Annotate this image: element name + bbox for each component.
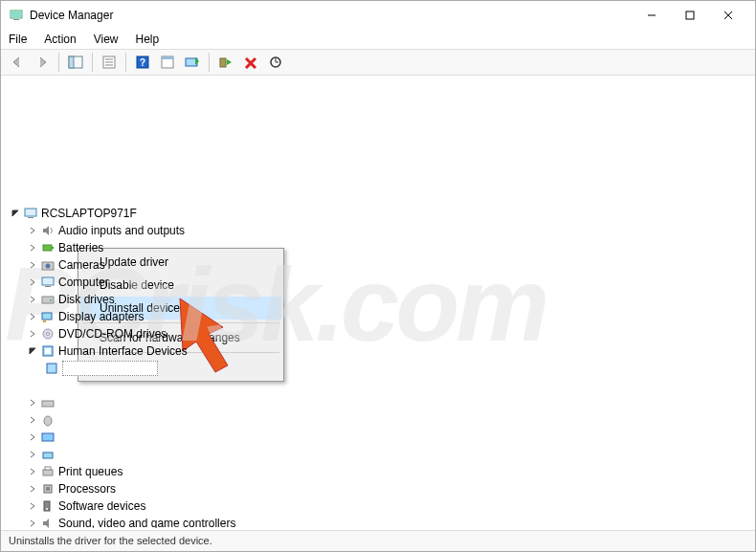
menu-action[interactable]: Action <box>42 32 78 47</box>
window-controls <box>633 2 747 29</box>
tree-item-cameras[interactable]: Cameras <box>22 256 751 274</box>
printer-icon <box>39 465 56 478</box>
show-hide-tree-button[interactable] <box>63 51 88 74</box>
tree-label: Computer <box>58 274 109 291</box>
chevron-right-icon[interactable] <box>26 433 39 441</box>
chevron-right-icon[interactable] <box>26 399 39 407</box>
action-button[interactable] <box>155 51 180 74</box>
svg-rect-8 <box>69 56 74 68</box>
svg-rect-35 <box>45 348 51 354</box>
tree-item-hidden[interactable] <box>22 429 751 446</box>
statusbar-text: Uninstalls the driver for the selected d… <box>9 535 212 546</box>
mouse-icon <box>39 413 56 427</box>
tree-item-print[interactable]: Print queues <box>22 463 751 480</box>
menubar: File Action View Help <box>1 30 755 49</box>
display-adapter-icon <box>39 310 56 323</box>
computer-icon <box>22 207 39 220</box>
properties-button[interactable] <box>97 51 122 74</box>
app-icon <box>9 8 24 23</box>
tree-item-processors[interactable]: Processors <box>22 480 751 497</box>
chevron-right-icon[interactable] <box>26 519 39 527</box>
tree-label: Batteries <box>58 239 103 256</box>
device-manager-window: Device Manager File Action View Help ? P… <box>0 0 756 552</box>
update-driver-button[interactable] <box>180 51 205 74</box>
chevron-right-icon[interactable] <box>26 485 39 493</box>
monitor-icon <box>39 431 56 444</box>
tree-item-display[interactable]: Display adapters <box>22 308 751 325</box>
chevron-right-icon[interactable] <box>26 227 39 234</box>
tree-label: Disk drives <box>58 291 115 308</box>
svg-point-33 <box>47 333 50 336</box>
tree-item-hidden[interactable] <box>22 394 751 411</box>
svg-rect-21 <box>28 217 33 218</box>
tree-root-label: RCSLAPTOP971F <box>41 205 137 222</box>
close-button[interactable] <box>709 2 747 29</box>
chevron-right-icon[interactable] <box>26 451 39 458</box>
hid-icon <box>39 344 56 358</box>
monitor-icon <box>39 276 56 289</box>
svg-rect-30 <box>42 313 52 320</box>
help-button[interactable]: ? <box>130 51 155 74</box>
svg-rect-40 <box>43 453 53 458</box>
chevron-right-icon[interactable] <box>26 468 39 475</box>
tree-item-hid-child[interactable] <box>39 360 751 377</box>
tree-item-hidden[interactable] <box>22 411 751 429</box>
svg-rect-44 <box>46 487 50 491</box>
tree-item-hidden[interactable] <box>22 446 751 463</box>
minimize-button[interactable] <box>633 2 671 29</box>
svg-rect-4 <box>686 11 694 19</box>
tree-root[interactable]: RCSLAPTOP971F <box>5 205 751 222</box>
tree-item-audio[interactable]: Audio inputs and outputs <box>22 222 751 239</box>
speaker-icon <box>39 517 56 528</box>
tree-item-disk[interactable]: Disk drives <box>22 291 751 308</box>
chevron-right-icon[interactable] <box>26 278 39 286</box>
tree-item-computer[interactable]: Computer <box>22 274 751 291</box>
chevron-right-icon[interactable] <box>26 244 39 252</box>
menu-file[interactable]: File <box>7 32 29 47</box>
tree-label: Software devices <box>58 497 145 515</box>
device-tree[interactable]: PCrisk.com RCSLAPTOP971F Audio inputs an… <box>1 77 755 528</box>
svg-rect-42 <box>45 467 51 470</box>
svg-point-29 <box>50 299 52 301</box>
forward-button[interactable] <box>30 51 55 74</box>
camera-icon <box>39 258 56 272</box>
back-button[interactable] <box>5 51 30 74</box>
svg-rect-27 <box>45 286 51 287</box>
enable-button[interactable] <box>213 51 238 74</box>
tree-item-software[interactable]: Software devices <box>22 497 751 515</box>
tree-item-sound[interactable]: Sound, video and game controllers <box>22 515 751 528</box>
tree-label <box>62 361 158 376</box>
svg-rect-39 <box>42 433 54 441</box>
svg-rect-36 <box>47 364 56 373</box>
svg-rect-23 <box>52 247 54 249</box>
chevron-down-icon[interactable] <box>26 347 39 355</box>
tree-item-batteries[interactable]: Batteries <box>22 239 751 256</box>
menu-view[interactable]: View <box>92 32 121 47</box>
cpu-icon <box>39 482 56 496</box>
uninstall-button[interactable] <box>238 51 263 74</box>
disk-icon <box>39 293 56 306</box>
tree-label: Print queues <box>58 463 122 480</box>
svg-rect-16 <box>162 56 173 59</box>
scan-hardware-button[interactable] <box>263 51 288 74</box>
tree-item-dvd[interactable]: DVD/CD-ROM drives <box>22 325 751 342</box>
chevron-right-icon[interactable] <box>26 416 39 424</box>
tree-label: Display adapters <box>58 308 144 325</box>
chevron-right-icon[interactable] <box>26 330 39 338</box>
maximize-button[interactable] <box>671 2 709 29</box>
tree-label: Audio inputs and outputs <box>58 222 185 239</box>
svg-point-46 <box>46 508 48 510</box>
svg-rect-31 <box>43 320 46 322</box>
titlebar: Device Manager <box>1 1 755 30</box>
svg-rect-22 <box>43 245 52 251</box>
chevron-right-icon[interactable] <box>26 313 39 320</box>
chevron-right-icon[interactable] <box>26 296 39 303</box>
menu-help[interactable]: Help <box>134 32 162 47</box>
chevron-down-icon[interactable] <box>9 210 22 217</box>
keyboard-icon <box>39 396 56 409</box>
hid-device-icon <box>43 362 60 375</box>
tree-label: Human Interface Devices <box>58 342 188 360</box>
chevron-right-icon[interactable] <box>26 261 39 269</box>
tree-item-hid[interactable]: Human Interface Devices <box>22 342 751 360</box>
chevron-right-icon[interactable] <box>26 502 39 510</box>
